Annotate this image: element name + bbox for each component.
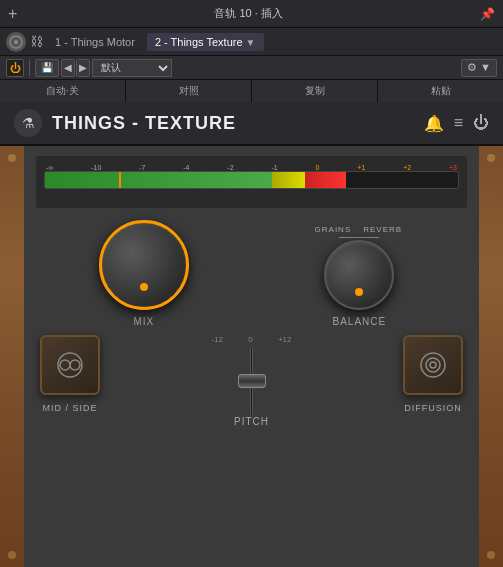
nav-arrows: ◀ ▶ (61, 59, 90, 77)
svg-point-5 (421, 353, 445, 377)
svg-point-3 (60, 360, 70, 370)
prev-button[interactable]: ◀ (61, 59, 75, 77)
balance-knob[interactable] (324, 240, 394, 310)
pitch-minus-label: -12 (212, 335, 224, 344)
next-button[interactable]: ▶ (76, 59, 90, 77)
tab-2[interactable]: 2 - Things Texture ▼ (147, 33, 264, 51)
balance-knob-area: GRAINS REVERB BALANCE (315, 225, 405, 327)
toolbar: ⏻ 💾 ◀ ▶ 默认 ⚙ ▼ (0, 56, 503, 80)
paste-button[interactable]: 粘贴 (378, 80, 503, 102)
vu-label-0: 0 (316, 164, 320, 171)
wood-dot-bottom-right[interactable] (487, 551, 495, 559)
vu-yellow (272, 172, 305, 188)
tab-icon (6, 32, 26, 52)
vu-needle (119, 172, 121, 188)
compare-button[interactable]: 对照 (126, 80, 252, 102)
svg-point-1 (14, 40, 18, 44)
mid-side-group: MID / SIDE (40, 335, 100, 413)
vu-red (305, 172, 346, 188)
vu-label-inf: -∞ (46, 164, 53, 171)
vu-label-1: -1 (271, 164, 277, 171)
flask-icon: ⚗ (14, 109, 42, 137)
mix-label: MIX (133, 316, 154, 327)
balance-knob-group: BALANCE (324, 240, 394, 327)
menu-button[interactable]: ≡ (454, 114, 463, 132)
wood-dot-top-right[interactable] (487, 154, 495, 162)
vu-meter: -∞ -10 -7 -4 -2 -1 0 +1 +2 +3 (36, 156, 467, 208)
diffusion-group: DIFFUSION (403, 335, 463, 413)
vu-label-7: -7 (139, 164, 145, 171)
pitch-fader-handle[interactable] (238, 374, 266, 388)
mid-side-button[interactable] (40, 335, 100, 395)
tab-link-icon: ⛓ (30, 34, 43, 49)
vu-label-2: -2 (227, 164, 233, 171)
plugin-inner: -∞ -10 -7 -4 -2 -1 0 +1 +2 +3 (24, 146, 479, 567)
preset-select[interactable]: 默认 (92, 59, 172, 77)
plugin-title: THINGS - TEXTURE (52, 113, 424, 134)
svg-point-6 (426, 358, 440, 372)
copy-button[interactable]: 复制 (252, 80, 378, 102)
diffusion-label: DIFFUSION (404, 403, 462, 413)
plugin-body: -∞ -10 -7 -4 -2 -1 0 +1 +2 +3 (0, 146, 503, 567)
vu-bar (45, 172, 458, 188)
tab-bar: ⛓ 1 - Things Motor 2 - Things Texture ▼ (0, 28, 503, 56)
mix-knob-group: MIX (99, 220, 189, 327)
vu-label-10: -10 (91, 164, 101, 171)
action-bar: 自动·关 对照 复制 粘贴 (0, 80, 503, 102)
balance-knob-dot (355, 288, 363, 296)
svg-point-7 (430, 362, 436, 368)
power-button[interactable]: ⏻ (6, 59, 24, 77)
vu-label-plus3: +3 (449, 164, 457, 171)
instrument-icon (9, 35, 23, 49)
vu-label-plus1: +1 (357, 164, 365, 171)
vu-track (44, 171, 459, 189)
tab-2-label: 2 - Things Texture (155, 36, 243, 48)
grains-label: GRAINS (315, 225, 352, 234)
gear-button[interactable]: ⚙ ▼ (461, 59, 497, 77)
mix-knob[interactable] (99, 220, 189, 310)
separator (29, 60, 30, 76)
pitch-group: -12 0 +12 PITCH (212, 335, 292, 427)
auto-button[interactable]: 自动·关 (0, 80, 126, 102)
header-icons: 🔔 ≡ ⏻ (424, 114, 489, 133)
bell-button[interactable]: 🔔 (424, 114, 444, 133)
plugin-header: ⚗ THINGS - TEXTURE 🔔 ≡ ⏻ (0, 102, 503, 146)
save-button[interactable]: 💾 (35, 59, 59, 77)
mid-side-icon (54, 349, 86, 381)
add-icon[interactable]: + (8, 5, 17, 23)
vu-green (45, 172, 272, 188)
connector-left (339, 237, 379, 238)
vu-label-4: -4 (183, 164, 189, 171)
diffusion-icon (417, 349, 449, 381)
tab-1[interactable]: 1 - Things Motor (47, 33, 143, 51)
title-bar-title: 音轨 10 · 插入 (23, 6, 474, 21)
knobs-row: MIX GRAINS REVERB BALANCE (36, 220, 467, 327)
diffusion-button[interactable] (403, 335, 463, 395)
pitch-plus-label: +12 (278, 335, 292, 344)
wood-dot-bottom-left[interactable] (8, 551, 16, 559)
reverb-label: REVERB (363, 225, 402, 234)
wood-panel-left (0, 146, 24, 567)
pitch-fader-container (212, 346, 292, 416)
pitch-label: PITCH (234, 416, 269, 427)
mix-knob-dot (140, 283, 148, 291)
wood-panel-right (479, 146, 503, 567)
mid-side-label: MID / SIDE (42, 403, 97, 413)
tab-dropdown-icon[interactable]: ▼ (246, 37, 256, 48)
vu-label-plus2: +2 (403, 164, 411, 171)
balance-label: BALANCE (332, 316, 386, 327)
title-bar: + 音轨 10 · 插入 📌 (0, 0, 503, 28)
power-plugin-button[interactable]: ⏻ (473, 114, 489, 132)
pitch-fader-track (250, 346, 253, 416)
svg-point-4 (70, 360, 80, 370)
pin-icon[interactable]: 📌 (480, 7, 495, 21)
pitch-zero-label: 0 (248, 335, 252, 344)
tab-1-label: 1 - Things Motor (55, 36, 135, 48)
vu-scale: -∞ -10 -7 -4 -2 -1 0 +1 +2 +3 (44, 162, 459, 171)
wood-dot-top-left[interactable] (8, 154, 16, 162)
bottom-row: MID / SIDE -12 0 +12 PITCH (36, 335, 467, 427)
